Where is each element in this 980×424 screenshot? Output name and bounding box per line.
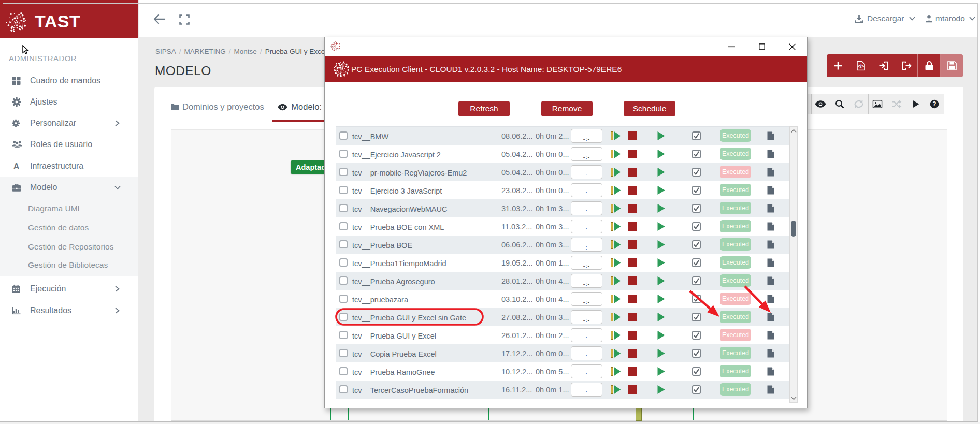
svg-text:?: ?: [933, 100, 936, 108]
svg-text:</>: </>: [857, 64, 863, 69]
svg-text:A: A: [13, 162, 20, 170]
